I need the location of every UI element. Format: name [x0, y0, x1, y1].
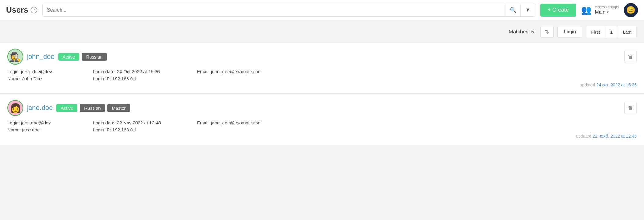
updated-label: updated — [576, 134, 593, 138]
access-groups-label: Access groups — [595, 5, 619, 9]
delete-button[interactable]: 🗑 — [624, 102, 637, 114]
avatar: 🕵️ — [7, 49, 23, 65]
language-badge: Russian — [82, 53, 107, 61]
login-field: Login: jane.doe@dev — [7, 120, 93, 125]
user-details: Login: john_doe@dev Login date: 24 Oct 2… — [7, 69, 637, 81]
name-field: Name: jane doe — [7, 127, 93, 132]
users-list: 🕵️ john_doe Active Russian 🗑 Login: john… — [0, 42, 644, 145]
help-icon[interactable]: ? — [31, 7, 37, 13]
language-badge: Russian — [80, 104, 105, 112]
matches-count: Matches: 5 — [509, 29, 534, 35]
trash-icon: 🗑 — [628, 54, 633, 60]
search-bar: 🔍 ▼ — [42, 4, 535, 17]
login-ip-field: Login IP: 192.168.0.1 — [93, 76, 197, 81]
name-field: Name: John Doe — [7, 76, 93, 81]
chevron-down-icon: ▾ — [607, 10, 609, 15]
avatar-emoji: 😊 — [626, 6, 635, 14]
access-groups-selector[interactable]: 👥 Access groups Main ▾ — [581, 5, 619, 15]
user-header: 🕵️ john_doe Active Russian 🗑 — [7, 49, 637, 65]
status-badge: Active — [58, 53, 80, 61]
username[interactable]: john_doe — [27, 53, 55, 61]
trash-icon: 🗑 — [628, 105, 633, 111]
delete-button[interactable]: 🗑 — [624, 51, 637, 63]
sort-icon: ⇅ — [545, 28, 549, 35]
filter-icon: ▼ — [525, 7, 531, 13]
user-card: 👩 jane.doe Active Russian Master 🗑 Login… — [0, 93, 644, 145]
user-identity: 🕵️ john_doe Active Russian — [7, 49, 107, 65]
updated-row: updated 22 нояб. 2022 at 12:48 — [7, 134, 637, 138]
user-identity: 👩 jane.doe Active Russian Master — [7, 100, 130, 116]
updated-label: updated — [580, 82, 597, 87]
badges-row: Active Russian — [58, 53, 107, 61]
toolbar-row: Matches: 5 ⇅ Login First 1 Last — [0, 20, 644, 42]
updated-row: updated 24 окт. 2022 at 15:36 — [7, 82, 637, 87]
page-title: Users ? — [6, 5, 37, 15]
user-card: 🕵️ john_doe Active Russian 🗑 Login: john… — [0, 42, 644, 93]
search-button[interactable]: 🔍 — [506, 4, 520, 17]
email-field: Email: jane_doe@example.com — [197, 120, 637, 125]
email-field: Email: john_doe@example.com — [197, 69, 637, 74]
login-field: Login: john_doe@dev — [7, 69, 93, 74]
create-button[interactable]: + Create — [540, 4, 576, 17]
search-icon: 🔍 — [510, 7, 516, 13]
access-groups-value: Main ▾ — [595, 9, 619, 15]
login-date-field: Login date: 22 Nov 2022 at 12:48 — [93, 120, 197, 125]
filter-button[interactable]: ▼ — [520, 4, 535, 17]
status-badge: Active — [56, 104, 77, 112]
title-text: Users — [6, 5, 28, 15]
badges-row: Active Russian Master — [56, 104, 130, 112]
avatar: 👩 — [7, 100, 23, 116]
app-header: Users ? 🔍 ▼ + Create 👥 Access groups Mai… — [0, 0, 644, 20]
login-ip-field: Login IP: 192.168.0.1 — [93, 127, 197, 132]
pagination: First 1 Last — [586, 26, 637, 38]
user-avatar-button[interactable]: 😊 — [624, 3, 638, 17]
updated-date: 24 окт. 2022 at 15:36 — [596, 82, 637, 87]
access-groups-icon: 👥 — [581, 5, 592, 15]
updated-date: 22 нояб. 2022 at 12:48 — [593, 134, 637, 138]
search-input[interactable] — [43, 7, 505, 13]
login-sort-button[interactable]: Login — [557, 26, 582, 38]
user-header: 👩 jane.doe Active Russian Master 🗑 — [7, 100, 637, 116]
role-badge: Master — [107, 104, 130, 112]
user-details: Login: jane.doe@dev Login date: 22 Nov 2… — [7, 120, 637, 132]
create-label: + Create — [548, 7, 569, 13]
username[interactable]: jane.doe — [27, 104, 53, 112]
sort-button[interactable]: ⇅ — [540, 26, 554, 38]
current-page: 1 — [605, 26, 618, 38]
first-page-button[interactable]: First — [586, 26, 605, 38]
login-date-field: Login date: 24 Oct 2022 at 15:36 — [93, 69, 197, 74]
last-page-button[interactable]: Last — [618, 26, 636, 38]
